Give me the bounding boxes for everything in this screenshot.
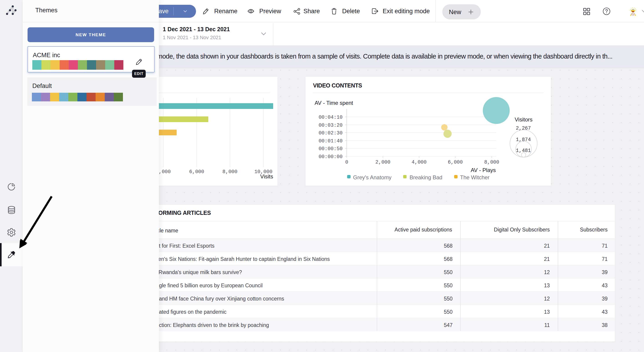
svg-text:4,000: 4,000 [412, 159, 426, 165]
svg-text:Breaking Bad: Breaking Bad [410, 174, 442, 180]
svg-text:6,000: 6,000 [448, 159, 463, 165]
svg-text:Visits: Visits [260, 173, 273, 180]
svg-text:1,874: 1,874 [516, 137, 531, 143]
svg-text:00:02:30: 00:02:30 [318, 130, 342, 136]
svg-text:2,267: 2,267 [516, 126, 531, 131]
svg-text:00:04:10: 00:04:10 [318, 115, 342, 120]
svg-text:1,481: 1,481 [516, 148, 531, 154]
svg-text:AV - Time spent: AV - Time spent [314, 100, 353, 106]
svg-text:00:00:50: 00:00:50 [318, 146, 342, 152]
svg-text:The Witcher: The Witcher [460, 174, 490, 180]
svg-text:8,000: 8,000 [484, 159, 499, 165]
svg-text:2,000: 2,000 [376, 159, 390, 165]
svg-text:Visitors: Visitors [515, 116, 532, 123]
svg-text:AV - Plays: AV - Plays [471, 167, 496, 173]
svg-text:00:01:40: 00:01:40 [318, 138, 342, 144]
svg-text:00:00:00: 00:00:00 [318, 154, 342, 160]
svg-text:8,000: 8,000 [222, 169, 238, 175]
svg-text:0: 0 [345, 159, 348, 165]
svg-text:00:03:20: 00:03:20 [318, 123, 342, 128]
svg-text:Grey's Anatomy: Grey's Anatomy [353, 174, 392, 180]
svg-text:6,000: 6,000 [189, 169, 204, 175]
